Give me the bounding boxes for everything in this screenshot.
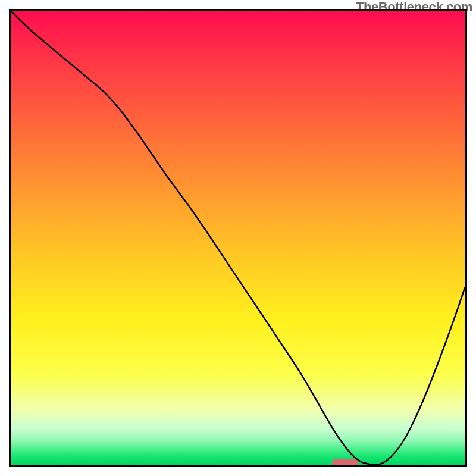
chart-container: TheBottleneck.com bbox=[0, 0, 476, 476]
plot-area bbox=[9, 9, 467, 467]
minimum-marker bbox=[332, 459, 358, 465]
line-curve bbox=[11, 11, 465, 465]
